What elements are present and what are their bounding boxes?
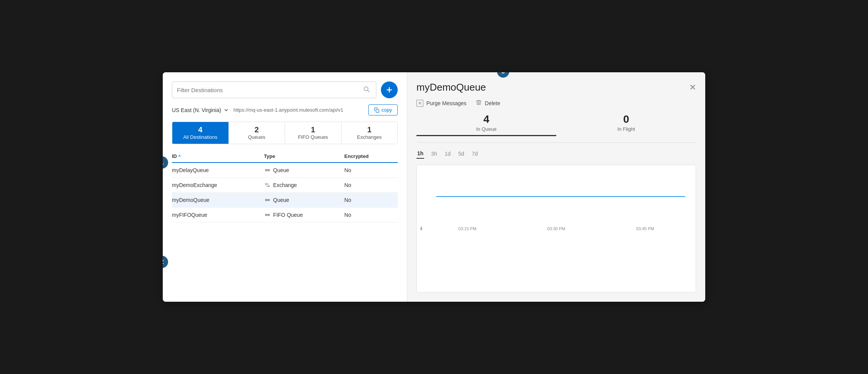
row-id: myFIFOQueue xyxy=(172,208,264,223)
time-1d-button[interactable]: 1d xyxy=(444,149,452,158)
region-label: US East (N. Virginia) xyxy=(172,107,221,113)
encrypted-column-header[interactable]: Encrypted xyxy=(344,150,398,163)
svg-point-9 xyxy=(268,199,269,201)
in-queue-label: In Queue xyxy=(416,126,556,132)
add-destination-button[interactable] xyxy=(381,81,398,98)
table-row[interactable]: myDelayQueue Queue xyxy=(172,163,398,178)
tab-exchanges[interactable]: 1 Exchanges xyxy=(342,122,398,144)
destination-tabs: 4 All Destinations 2 Queues 1 FIFO Queue… xyxy=(172,122,398,144)
search-icon xyxy=(363,86,370,93)
close-icon: ✕ xyxy=(689,83,696,92)
main-container: 1 2 3 xyxy=(163,72,705,302)
tab-queues[interactable]: 2 Queues xyxy=(229,122,285,144)
search-wrapper xyxy=(172,81,376,98)
region-selector[interactable]: US East (N. Virginia) xyxy=(172,107,229,113)
detail-header: myDemoQueue ✕ xyxy=(416,81,696,93)
chart-svg xyxy=(423,170,690,223)
purge-icon: ✕ xyxy=(416,100,423,107)
table-row[interactable]: myDemoQueue Queue xyxy=(172,193,398,208)
stats-row: 4 In Queue 0 In Flight xyxy=(416,113,696,143)
chart-x-label-1: 03:15 PM xyxy=(458,226,476,231)
chevron-down-icon xyxy=(223,107,229,113)
queue-icon xyxy=(264,197,271,203)
svg-point-6 xyxy=(268,169,269,171)
delete-button[interactable]: Delete xyxy=(476,99,500,107)
stat-in-queue: 4 In Queue xyxy=(416,113,556,136)
purge-label: Purge Messages xyxy=(426,100,466,106)
region-url: https://mq-us-east-1.anypoint.mulesoft.c… xyxy=(233,107,364,113)
in-flight-value: 0 xyxy=(556,113,696,125)
tab-all-destinations[interactable]: 4 All Destinations xyxy=(172,122,229,144)
chart-area: 4 03:15 PM 03:30 PM 03:45 PM xyxy=(416,165,696,293)
id-sort-arrow: ^ xyxy=(178,154,181,159)
queues-label: Queues xyxy=(248,134,266,140)
row-type: FIFO Queue xyxy=(264,208,344,223)
table-row[interactable]: myDemoExchange Exchange xyxy=(172,178,398,193)
detail-title: myDemoQueue xyxy=(416,81,486,93)
row-type: Queue xyxy=(264,193,344,208)
svg-point-12 xyxy=(268,214,269,216)
svg-point-11 xyxy=(266,214,267,216)
row-id: myDemoQueue xyxy=(172,193,264,208)
in-flight-label: In Flight xyxy=(556,126,696,132)
row-encrypted: No xyxy=(344,163,398,178)
plus-icon xyxy=(385,86,393,94)
chart-x-labels: 03:15 PM 03:30 PM 03:45 PM xyxy=(423,225,690,231)
close-button[interactable]: ✕ xyxy=(689,83,696,92)
table-row[interactable]: myFIFOQueue FIFO Queue xyxy=(172,208,398,223)
delete-label: Delete xyxy=(485,100,500,106)
copy-button[interactable]: copy xyxy=(368,104,398,115)
all-destinations-count: 4 xyxy=(198,126,202,133)
queues-count: 2 xyxy=(254,126,259,133)
exchanges-count: 1 xyxy=(367,126,371,133)
time-5d-button[interactable]: 5d xyxy=(458,149,465,158)
time-7d-button[interactable]: 7d xyxy=(471,149,479,158)
search-input[interactable] xyxy=(177,87,361,93)
chart-x-label-3: 03:45 PM xyxy=(636,226,654,231)
type-column-header[interactable]: Type xyxy=(264,150,344,163)
exchanges-label: Exchanges xyxy=(357,134,382,140)
row-type: Exchange xyxy=(264,178,344,193)
left-panel: US East (N. Virginia) https://mq-us-east… xyxy=(163,72,407,302)
chart-y-label: 4 xyxy=(420,226,423,231)
copy-icon xyxy=(374,107,379,113)
in-queue-value: 4 xyxy=(416,113,556,125)
fifo-label: FIFO Queues xyxy=(298,134,328,140)
search-row xyxy=(172,81,398,98)
svg-rect-4 xyxy=(376,109,379,112)
right-panel: myDemoQueue ✕ ✕ Purge Messages xyxy=(407,72,705,302)
row-encrypted: No xyxy=(344,193,398,208)
destinations-table: ID ^ Type Encrypted myDelayQueue xyxy=(172,150,398,223)
time-filter: 1h 3h 1d 5d 7d xyxy=(416,149,696,159)
time-3h-button[interactable]: 3h xyxy=(430,149,438,158)
row-encrypted: No xyxy=(344,208,398,223)
trash-icon xyxy=(476,99,482,107)
queue-icon xyxy=(264,167,271,174)
action-row: ✕ Purge Messages Delete xyxy=(416,99,696,107)
all-destinations-label: All Destinations xyxy=(183,134,217,140)
queue-icon xyxy=(264,211,271,218)
svg-point-5 xyxy=(266,169,267,171)
region-row: US East (N. Virginia) https://mq-us-east… xyxy=(172,104,398,115)
purge-messages-button[interactable]: ✕ Purge Messages xyxy=(416,100,466,107)
row-encrypted: No xyxy=(344,178,398,193)
row-type: Queue xyxy=(264,163,344,178)
id-column-header[interactable]: ID ^ xyxy=(172,150,264,163)
time-1h-button[interactable]: 1h xyxy=(416,149,424,159)
search-icon-button[interactable] xyxy=(361,84,371,96)
svg-point-8 xyxy=(266,199,267,201)
tab-fifo-queues[interactable]: 1 FIFO Queues xyxy=(285,122,342,144)
chart-x-label-2: 03:30 PM xyxy=(547,226,565,231)
stat-in-flight: 0 In Flight xyxy=(556,113,696,136)
exchange-icon xyxy=(264,182,271,189)
fifo-count: 1 xyxy=(311,126,315,133)
row-id: myDelayQueue xyxy=(172,163,264,178)
row-id: myDemoExchange xyxy=(172,178,264,193)
svg-line-1 xyxy=(368,90,369,92)
copy-label: copy xyxy=(382,107,392,113)
